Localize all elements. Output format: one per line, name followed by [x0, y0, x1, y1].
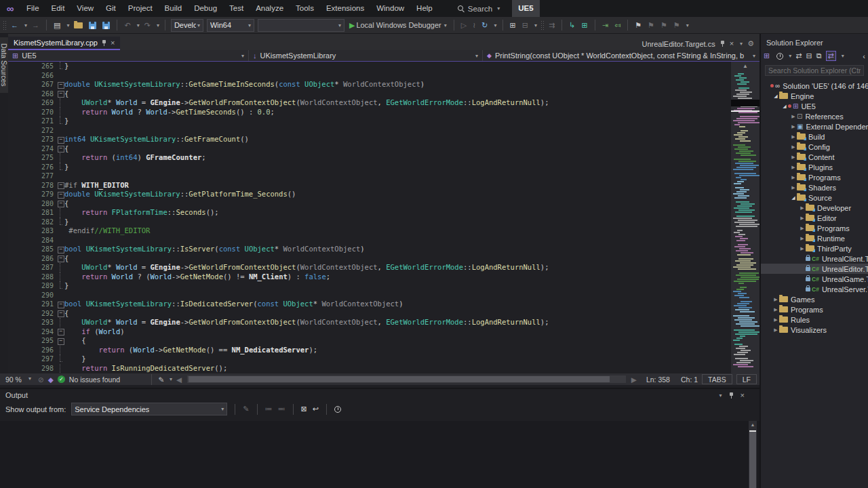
window-position-chevron-icon[interactable]: ▾	[719, 392, 722, 399]
chevron-down-icon[interactable]: ▾	[494, 22, 497, 28]
close-icon[interactable]: ×	[730, 40, 734, 47]
code-line[interactable]: 266	[39, 71, 760, 81]
menu-item-debug[interactable]: Debug	[188, 0, 223, 17]
save-button[interactable]	[87, 20, 98, 30]
code-line[interactable]: 271}	[39, 117, 760, 126]
pending-changes-filter-icon[interactable]	[776, 53, 783, 60]
scrollbar-thumb[interactable]	[749, 430, 756, 488]
code-line[interactable]: 274{	[39, 144, 760, 154]
menu-item-window[interactable]: Window	[370, 0, 410, 17]
code-line[interactable]: 267double UKismetSystemLibrary::GetGameT…	[39, 80, 760, 89]
undo-button[interactable]: ↶	[123, 20, 132, 31]
fold-collapse-icon[interactable]	[57, 300, 64, 309]
expander-icon[interactable]: ◢	[772, 94, 779, 99]
start-debugging-button[interactable]: ▶ Local Windows Debugger ▾	[348, 20, 448, 31]
timestamp-icon[interactable]	[334, 406, 341, 413]
platform-combobox[interactable]: Win64▾	[207, 19, 254, 32]
expander-icon[interactable]: ▶	[790, 185, 797, 190]
restart-button[interactable]: ↻	[480, 20, 489, 31]
editor-options-gear-icon[interactable]: ⚙	[747, 39, 754, 48]
code-line[interactable]: 292{	[39, 309, 760, 319]
tree-item-thirdparty[interactable]: ▶ThirdParty	[761, 243, 868, 253]
previous-bookmark-button[interactable]: ⚑	[646, 20, 656, 31]
close-icon[interactable]: ×	[111, 39, 115, 47]
refresh-icon[interactable]: ⇄	[795, 52, 802, 60]
chevron-down-icon[interactable]: ▾	[842, 53, 844, 59]
expander-icon[interactable]: ▶	[790, 144, 797, 150]
pin-icon[interactable]	[729, 392, 734, 399]
sync-back-icon[interactable]: ⤆	[613, 20, 622, 31]
toolbar-grip[interactable]	[3, 20, 6, 30]
code-line[interactable]: 287 UWorld* World = GEngine->GetWorldFro…	[39, 263, 760, 272]
tab-kismetsystemlibrary[interactable]: KismetSystemLibrary.cpp ×	[8, 37, 120, 50]
close-icon[interactable]: ×	[741, 392, 745, 399]
save-all-button[interactable]	[101, 20, 111, 30]
expander-icon[interactable]: ▶	[799, 226, 806, 231]
tab-unrealeditor-target[interactable]: UnrealEditor.Target.cs × ▾ ⚙	[642, 39, 760, 50]
code-line[interactable]: 285bool UKismetSystemLibrary::IsServer(c…	[39, 245, 760, 254]
tree-item-source[interactable]: ◢Source	[761, 192, 868, 203]
tree-item-unrealeditor-targ[interactable]: C#UnrealEditor.Targ	[761, 264, 868, 274]
tree-item-references[interactable]: ▶⊡References	[761, 111, 868, 121]
code-line[interactable]: 298 return IsRunningDedicatedServer();	[39, 364, 760, 373]
search-button[interactable]: Search ▾	[452, 5, 505, 13]
menu-item-file[interactable]: File	[20, 0, 45, 17]
zoom-selector[interactable]: 90 %▾	[3, 375, 34, 384]
fold-collapse-icon[interactable]	[57, 336, 64, 346]
code-line[interactable]: 278#if WITH_EDITOR	[39, 181, 760, 190]
scrollbar-thumb[interactable]	[189, 376, 610, 382]
code-cleanup-button[interactable]: ✎	[158, 375, 164, 384]
next-bookmark-button[interactable]: ⚑	[659, 20, 669, 31]
fold-collapse-icon[interactable]	[57, 327, 64, 337]
start-without-debugging-button[interactable]: ▷	[460, 20, 468, 31]
fold-collapse-icon[interactable]	[57, 199, 64, 209]
tree-item-unrealserver-targ[interactable]: C#UnrealServer.Targ	[761, 284, 868, 294]
chevron-down-icon[interactable]: ▾	[157, 22, 159, 28]
code-line[interactable]: 289}	[39, 281, 760, 291]
new-file-button[interactable]: ▤	[52, 20, 62, 31]
redo-button[interactable]: ↷	[143, 20, 152, 31]
word-wrap-icon[interactable]: ↩	[313, 405, 319, 413]
navigate-to-cursor-icon[interactable]: ↳	[568, 20, 576, 31]
solution-explorer-search-input[interactable]	[765, 65, 864, 76]
expander-icon[interactable]: ▶	[799, 246, 806, 251]
chevron-down-icon[interactable]: ▾	[789, 53, 791, 59]
clear-all-icon[interactable]: ⊠	[301, 405, 307, 413]
scroll-right-icon[interactable]: ▶	[631, 375, 637, 384]
expander-icon[interactable]: ▶	[790, 114, 797, 119]
expander-icon[interactable]: ◢	[781, 104, 788, 109]
code-line[interactable]: 282}	[39, 218, 760, 227]
scroll-up-icon[interactable]: ▲	[731, 63, 760, 69]
toolbar-grip[interactable]	[540, 20, 544, 30]
tree-item-programs[interactable]: ▶Programs	[761, 304, 868, 314]
solution-configurations-button[interactable]: ⊞	[509, 20, 517, 31]
switch-views-icon[interactable]: ⊞	[764, 52, 770, 60]
code-editor[interactable]: 265}266267double UKismetSystemLibrary::G…	[8, 62, 760, 373]
sync-forward-icon[interactable]: ⇥	[601, 20, 610, 31]
data-sources-tab[interactable]: Data Sources	[0, 37, 8, 93]
fold-collapse-icon[interactable]	[57, 245, 64, 254]
step-into-specific-icon[interactable]: ⊞	[580, 20, 589, 31]
project-dropdown[interactable]: ⊞ UE5 ▾	[8, 50, 249, 61]
expander-icon[interactable]: ▶	[772, 317, 779, 323]
code-line[interactable]: 294 if (World)	[39, 327, 760, 337]
tree-item-games[interactable]: ▶Games	[761, 294, 868, 304]
menu-item-help[interactable]: Help	[410, 0, 439, 17]
tree-item-runtime[interactable]: ▶Runtime	[761, 233, 868, 243]
column-indicator[interactable]: Ch: 1	[681, 375, 698, 384]
solution-badge[interactable]: UE5	[512, 0, 539, 17]
chevron-down-icon[interactable]: ▾	[66, 22, 69, 28]
chevron-down-icon[interactable]: ▾	[686, 22, 689, 28]
tree-item-programs[interactable]: ▶Programs	[761, 223, 868, 233]
line-indicator[interactable]: Ln: 358	[646, 375, 670, 384]
code-line[interactable]: 279double UKismetSystemLibrary::GetPlatf…	[39, 190, 760, 199]
menu-item-view[interactable]: View	[71, 0, 100, 17]
fold-collapse-icon[interactable]	[57, 190, 64, 199]
expander-icon[interactable]: ▶	[790, 124, 797, 129]
code-line[interactable]: 290	[39, 291, 760, 300]
solution-platforms-button[interactable]: ⊟	[521, 20, 530, 31]
hot-reload-icon[interactable]: ≀	[471, 20, 477, 31]
tree-item-ue5[interactable]: ◢⊞UE5	[761, 101, 868, 111]
tree-item-engine[interactable]: ◢Engine	[761, 91, 868, 101]
horizontal-scrollbar[interactable]	[187, 375, 626, 383]
